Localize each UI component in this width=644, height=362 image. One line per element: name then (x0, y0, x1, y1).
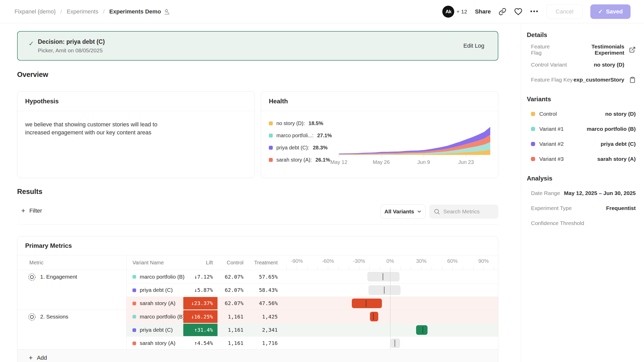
axis-label: -60% (322, 255, 334, 267)
breadcrumb-project[interactable]: Fixpanel {demo} (15, 8, 56, 15)
legend-item[interactable]: marco portfoli...: 27.1% (269, 129, 332, 142)
health-x-tick (466, 155, 466, 157)
favorite-heart-icon[interactable] (514, 8, 522, 16)
analysis-row: Date RangeMay 12, 2025 – Jun 30, 2025 (527, 186, 636, 201)
treatment-value: 57.65% (250, 270, 278, 283)
axis-tick (318, 267, 318, 270)
legend-swatch (269, 134, 273, 137)
axis-label: 90% (478, 255, 489, 267)
legend-value: 18.5% (309, 120, 323, 126)
metric-group: 1. Engagementmarco portfolio (B)↓7.12%62… (17, 270, 498, 310)
axis-tick (286, 267, 287, 270)
metric-target-icon (28, 273, 36, 281)
more-options-icon[interactable]: ••• (530, 8, 539, 15)
table-row[interactable]: marco portfolio (B)↓16.25%1,1611,425 (126, 310, 498, 323)
top-bar: Fixpanel {demo} / Experiments / Experime… (0, 0, 644, 23)
clipboard-copy-icon[interactable] (629, 77, 636, 83)
decision-subtitle: Picker, Amit on 08/05/2025 (38, 47, 105, 54)
topbar-actions: Ak + 12 Share ••• Cancel ✓ Saved (442, 4, 631, 19)
cancel-button[interactable]: Cancel (547, 4, 582, 19)
hypothesis-body[interactable]: we believe that showing customer stories… (17, 111, 186, 146)
confidence-interval-bar (416, 325, 428, 335)
variant-swatch (132, 315, 136, 318)
legend-label: marco portfoli...: (276, 133, 313, 139)
variant-row: Controlno story (D) (527, 106, 636, 121)
confidence-interval-bar (391, 338, 400, 348)
detail-row: Feature FlagTestimonials Experiment (527, 42, 636, 57)
confidence-interval-bar (370, 312, 378, 321)
legend-item[interactable]: priya debt (C): 28.3% (269, 142, 332, 154)
axis-tick (494, 267, 494, 270)
legend-item[interactable]: sarah story (A): 26.1% (269, 154, 332, 166)
metric-name: 1. Engagement (40, 273, 77, 310)
overview-heading: Overview (17, 71, 48, 79)
legend-swatch (269, 158, 273, 162)
variant-value: marco portfolio (B) (587, 126, 636, 132)
detail-label: Feature Flag (531, 44, 561, 56)
detail-value[interactable]: exp_customerStory (573, 77, 624, 83)
metric-name: 2. Sessions (40, 313, 68, 350)
variant-swatch (132, 275, 136, 279)
analysis-value: Frequentist (606, 205, 636, 211)
add-metric-button[interactable]: + Add (17, 349, 498, 362)
axis-label: -90% (291, 255, 303, 267)
analysis-label: Experiment Type (531, 205, 572, 211)
axis-tick (442, 267, 442, 270)
column-metric: Metric (29, 255, 43, 270)
table-row[interactable]: sarah story (A)↑4.54%1,1611,716 (126, 336, 498, 350)
health-x-label: May 12 (330, 159, 347, 165)
search-metrics-input[interactable] (443, 205, 495, 219)
legend-item[interactable]: no story (D): 18.5% (269, 117, 332, 129)
axis-tick (297, 267, 297, 270)
breadcrumb-separator: / (60, 8, 62, 15)
variant-value: sarah story (A) (597, 156, 636, 162)
lift-value: ↓23.37% (183, 297, 218, 309)
edit-log-button[interactable]: Edit Log (463, 42, 484, 49)
breadcrumb-experiments[interactable]: Experiments (67, 8, 98, 15)
table-row[interactable]: priya debt (C)↓5.87%62.07%58.43% (126, 283, 498, 296)
variant-filter-dropdown[interactable]: All Variants (381, 205, 426, 219)
external-link-icon[interactable] (629, 46, 636, 53)
metrics-table-body: 1. Engagementmarco portfolio (B)↓7.12%62… (17, 270, 498, 350)
metric-cell: 1. Engagement (17, 270, 126, 310)
copy-link-icon[interactable] (499, 8, 506, 16)
ci-mean-tick (395, 340, 395, 347)
details-heading: Details (527, 31, 636, 39)
collaborators-count[interactable]: + 12 (456, 9, 467, 15)
control-value: 62.07% (218, 297, 243, 310)
share-button[interactable]: Share (475, 8, 491, 15)
right-sidebar: Details Feature FlagTestimonials Experim… (521, 24, 644, 362)
avatar[interactable]: Ak (442, 6, 454, 18)
treatment-value: 2,341 (250, 323, 278, 336)
treatment-value: 1,716 (250, 337, 278, 350)
ci-mean-tick (423, 327, 423, 334)
health-x-tick (424, 155, 424, 157)
variant-row: Variant #3sarah story (A) (527, 151, 636, 166)
ci-mean-tick (366, 300, 366, 307)
table-row[interactable]: priya debt (C)↑31.4%1,1612,341 (126, 323, 498, 336)
add-filter-button[interactable]: + Filter (21, 207, 42, 215)
legend-value: 27.1% (317, 133, 332, 139)
detail-row: Feature Flag Keyexp_customerStory (527, 72, 636, 87)
table-row[interactable]: sarah story (A)↓23.37%62.07%47.56% (126, 296, 498, 310)
column-lift: Lift (183, 255, 213, 270)
legend-value: 28.3% (313, 145, 328, 151)
lift-value: ↑4.54% (183, 337, 218, 350)
control-value: 62.07% (218, 270, 243, 283)
primary-metrics-card: Primary Metrics Metric Variant Name Lift… (17, 236, 498, 362)
filter-label: Filter (29, 207, 42, 214)
detail-value[interactable]: Testimonials Experiment (561, 44, 624, 56)
axis-tick (473, 267, 473, 270)
control-value: 1,161 (218, 337, 243, 350)
control-value: 1,161 (218, 310, 243, 323)
saved-button[interactable]: ✓ Saved (590, 4, 631, 19)
variant-name: marco portfolio (B) (140, 270, 185, 283)
variants-section: Variants Controlno story (D)Variant #1ma… (527, 96, 636, 166)
table-row[interactable]: marco portfolio (B)↓7.12%62.07%57.65% (126, 270, 498, 283)
variants-heading: Variants (527, 96, 636, 103)
lift-value: ↓7.12% (183, 270, 218, 283)
analysis-label: Confidence Threshold (531, 220, 584, 226)
detail-label: Feature Flag Key (531, 77, 573, 83)
treatment-value: 58.43% (250, 284, 278, 296)
metrics-table-header: Metric Variant Name Lift Control Treatme… (17, 255, 498, 270)
